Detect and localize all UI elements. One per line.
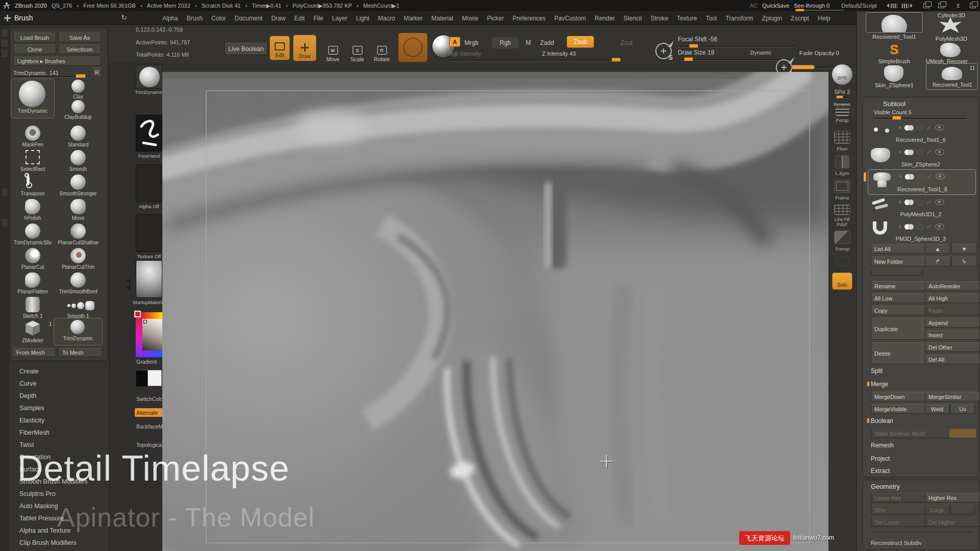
del-all-button[interactable]: Del All <box>925 355 980 364</box>
all-high-button[interactable]: All High <box>925 293 980 303</box>
menu-item[interactable]: Zplugin <box>762 15 782 22</box>
copy-button[interactable]: Copy <box>871 306 926 315</box>
tool-thumb-skin-icon[interactable] <box>884 65 903 82</box>
transp-icon[interactable] <box>834 231 850 244</box>
lightbox-brushes-button[interactable]: Lightbox▶Brushes <box>13 57 101 66</box>
alpha-thumb[interactable] <box>136 164 162 202</box>
zcut-toggle[interactable]: Zcut <box>621 39 632 46</box>
visible-count-track[interactable] <box>874 118 967 119</box>
focal-shift-slider-label[interactable]: Focal Shift -56 <box>678 36 717 43</box>
subtool-header[interactable]: Subtool <box>883 100 905 108</box>
split-section[interactable]: Split <box>871 367 883 374</box>
brush-cell-trimdynamic-active[interactable]: TrimDynamic <box>11 79 54 118</box>
uv-button[interactable]: Uv <box>950 404 975 414</box>
spix-handle[interactable] <box>836 95 843 98</box>
clone-button[interactable]: Clone <box>13 44 56 54</box>
make-boolean-mesh-button[interactable]: Make Boolean Mesh <box>871 429 950 438</box>
higher-res-button[interactable]: Higher Res <box>925 493 980 503</box>
menu-item[interactable]: Stroke <box>650 15 668 22</box>
draw-size-track[interactable] <box>678 59 794 60</box>
menu-item[interactable]: Movie <box>462 15 478 22</box>
color-picker[interactable] <box>136 312 162 357</box>
brush-section-item[interactable]: Create <box>19 365 87 378</box>
geometry-header[interactable]: Geometry <box>871 483 900 490</box>
menu-item[interactable]: Stencil <box>623 15 642 22</box>
menu-item[interactable]: Light <box>356 15 370 22</box>
visible-count-handle[interactable] <box>892 116 901 120</box>
subtool-row[interactable]: PolyMesh3D1_2 <box>867 196 975 220</box>
menu-item[interactable]: Picker <box>487 15 504 22</box>
append-button[interactable]: Append <box>925 318 980 328</box>
subtool-row[interactable]: Recovered_Tool1_6 <box>867 121 975 146</box>
bpr-button[interactable]: BPR <box>832 64 852 85</box>
move-out-button[interactable]: ↱ <box>925 257 950 266</box>
stroke-curve-s-icon[interactable]: S <box>655 43 672 59</box>
intensity-track[interactable] <box>448 60 619 61</box>
lower-res-button[interactable]: Lower Res <box>871 493 926 503</box>
menu-item[interactable]: Macro <box>378 15 395 22</box>
tool-thumb-active[interactable] <box>866 12 923 33</box>
scale-button[interactable]: S Scale <box>347 40 368 62</box>
alternate-button[interactable]: Alternate <box>135 408 163 417</box>
edge-slot[interactable] <box>2 49 8 57</box>
tool-thumb-label[interactable]: Cylinder3D <box>926 12 977 18</box>
zsub-toggle[interactable]: Zsub <box>567 36 594 48</box>
minimize-icon[interactable]: ⊻ <box>956 3 960 9</box>
current-stroke-thumb[interactable] <box>136 115 162 152</box>
menu-item[interactable]: Edit <box>294 15 305 22</box>
draw-size-slider-label[interactable]: Draw Size 18 <box>678 49 714 56</box>
brush-section-item[interactable]: Sculptris Pro <box>19 488 87 500</box>
mrgb-toggle[interactable]: Mrgb <box>464 39 478 46</box>
insert-button[interactable]: Insert <box>925 330 980 340</box>
sdiv-slider[interactable]: SDiv <box>871 505 926 515</box>
select-icon-button[interactable]: SelectIcon <box>58 44 101 54</box>
a-toggle[interactable]: A <box>449 37 460 47</box>
floor-icon[interactable] <box>834 131 850 144</box>
move-button[interactable]: M Move <box>323 40 343 62</box>
default-zscript-button[interactable]: DefaultZScript <box>841 3 877 9</box>
material-thumb[interactable] <box>136 260 162 298</box>
new-folder-button[interactable]: New Folder <box>871 257 926 266</box>
eye-icon[interactable] <box>935 124 944 131</box>
z-intensity-handle[interactable] <box>611 58 621 62</box>
menu-item[interactable]: Tool <box>705 15 717 22</box>
weld-button[interactable]: Weld <box>925 404 949 414</box>
brush-section-item[interactable]: Samples <box>19 402 87 414</box>
geometry-track[interactable] <box>871 532 973 533</box>
rename-button[interactable]: Rename <box>871 281 926 291</box>
menu-item[interactable]: Draw <box>271 15 285 22</box>
menu-item[interactable]: Help <box>818 15 830 22</box>
menu-item[interactable]: Layer <box>332 15 348 22</box>
brush-size-slider[interactable]: TrimDynamic. 141 <box>13 68 90 78</box>
delete-button[interactable]: Delete <box>871 342 926 364</box>
brush-section-item[interactable]: Curve <box>19 378 87 390</box>
main-color-swatch[interactable] <box>136 371 148 386</box>
move-in-button[interactable]: ↳ <box>951 257 977 266</box>
r-button[interactable]: R <box>92 67 102 77</box>
tool-thumb-selected[interactable]: 11 Recovered_Tool1 <box>926 63 978 90</box>
duplicate-button[interactable]: Duplicate <box>871 318 926 340</box>
dock-left-icon[interactable] <box>887 4 897 8</box>
folder-slider[interactable] <box>871 269 923 276</box>
save-as-button[interactable]: Save As <box>58 33 101 42</box>
color-picker-handle[interactable] <box>143 320 147 323</box>
subtool-row[interactable]: Skin_ZSphere2 <box>867 146 975 170</box>
tray-collapse-icon[interactable] <box>127 285 130 290</box>
z-intensity-slider-label[interactable]: Z Intensity 43 <box>542 51 576 57</box>
remesh-section[interactable]: Remesh <box>871 442 894 449</box>
del-higher-button[interactable]: Del Higher <box>925 517 980 527</box>
reconstruct-subdiv-button[interactable]: Reconstruct Subdiv <box>871 540 922 546</box>
eye-icon[interactable] <box>935 199 944 205</box>
layout-window-icon[interactable] <box>938 3 944 8</box>
brush-cell-trimdynamic2[interactable]: TrimDynamic <box>54 318 102 345</box>
brush-section-item[interactable]: Depth <box>19 390 87 402</box>
spix-slider-label[interactable]: SPix 3 <box>830 89 854 95</box>
visible-count-slider-label[interactable]: Visible Count 5 <box>874 109 912 115</box>
brush-size-handle[interactable] <box>76 74 86 78</box>
line-fill-icon[interactable] <box>834 204 850 215</box>
dock-right-icon[interactable] <box>902 4 913 8</box>
refresh-icon[interactable]: ↻ <box>121 13 127 21</box>
solo-button[interactable]: Solo <box>832 272 852 290</box>
to-mesh-button[interactable]: To Mesh <box>58 348 102 357</box>
brush-section-item[interactable]: Clip Brush Modifiers <box>19 537 87 549</box>
